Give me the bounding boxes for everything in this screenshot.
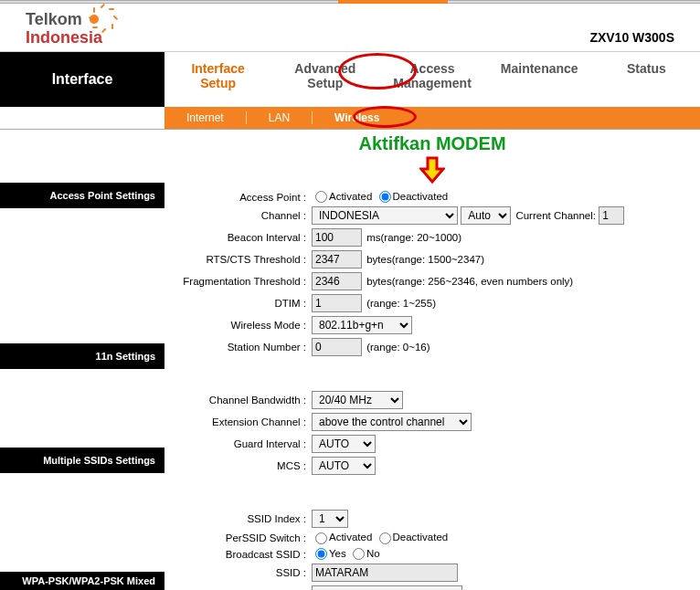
select-mcs[interactable]: AUTO xyxy=(312,457,376,475)
radio-ap-deactivated[interactable] xyxy=(379,191,391,203)
label-perssid-switch: PerSSID Switch : xyxy=(172,530,309,545)
page-title: Interface xyxy=(0,52,164,107)
radio-label-deactivated: Deactivated xyxy=(393,191,449,202)
input-station[interactable] xyxy=(312,338,362,356)
label-auth-type: Authentication Type : xyxy=(172,584,309,590)
hint-beacon: ms(range: 20~1000) xyxy=(365,232,461,243)
sun-icon xyxy=(84,9,104,29)
label-current-channel: Current Channel: xyxy=(514,210,596,221)
input-current-channel[interactable] xyxy=(599,206,624,225)
input-dtim[interactable] xyxy=(312,294,362,312)
label-guard-interval: Guard Interval : xyxy=(172,433,309,455)
annotation-text: Aktifkan MODEM xyxy=(172,133,693,154)
select-auth-type[interactable]: WPA-PSK/WPA2-PSK xyxy=(312,585,462,590)
subtab-wireless[interactable]: Wireless xyxy=(312,111,401,124)
label-station-number: Station Number : xyxy=(172,336,309,358)
input-rts[interactable] xyxy=(312,250,362,269)
section-wpa-psk: WPA-PSK/WPA2-PSK Mixed Mode xyxy=(0,572,164,590)
label-access-point: Access Point : xyxy=(172,189,309,205)
hint-frag: bytes(range: 256~2346, even numbers only… xyxy=(365,276,573,287)
radio-broadcast-no[interactable] xyxy=(353,548,365,560)
label-ssid-index: SSID Index : xyxy=(172,508,309,530)
label-frag: Fragmentation Threshold : xyxy=(172,270,309,292)
select-channel-country[interactable]: INDONESIA xyxy=(312,206,458,225)
subtab-lan[interactable]: LAN xyxy=(246,111,312,124)
label-broadcast-ssid: Broadcast SSID : xyxy=(172,546,309,562)
label-beacon: Beacon Interval : xyxy=(172,227,309,248)
label-dtim: DTIM : xyxy=(172,292,309,314)
select-channel-bandwidth[interactable]: 20/40 MHz xyxy=(312,391,403,409)
input-beacon[interactable] xyxy=(312,228,362,247)
section-access-point: Access Point Settings xyxy=(0,183,164,208)
tab-interface-setup[interactable]: Interface Setup xyxy=(164,52,271,96)
brand-top: Telkom xyxy=(26,11,82,27)
arrow-down-icon xyxy=(172,156,693,184)
label-channel: Channel : xyxy=(172,205,309,227)
tab-status[interactable]: Status xyxy=(593,52,700,81)
select-extension-channel[interactable]: above the control channel xyxy=(312,413,472,431)
tab-access-management[interactable]: Access Management xyxy=(378,52,485,96)
tab-maintenance[interactable]: Maintenance xyxy=(486,52,593,81)
tab-advanced-setup[interactable]: Advanced Setup xyxy=(271,52,378,96)
label-ssid: SSID : xyxy=(172,562,309,584)
radio-label-activated: Activated xyxy=(329,191,372,202)
input-ssid[interactable] xyxy=(312,564,458,582)
subtab-internet[interactable]: Internet xyxy=(164,111,246,124)
select-channel-auto[interactable]: Auto xyxy=(461,206,511,225)
section-11n: 11n Settings xyxy=(0,343,164,369)
svg-marker-0 xyxy=(421,158,443,182)
select-ssid-index[interactable]: 1 xyxy=(312,510,348,528)
hint-station: (range: 0~16) xyxy=(365,342,430,353)
radio-perssid-deactivated[interactable] xyxy=(379,532,391,544)
brand-bottom: Indonesia xyxy=(26,29,104,46)
radio-perssid-activated[interactable] xyxy=(315,532,327,544)
hint-dtim: (range: 1~255) xyxy=(365,298,436,309)
label-channel-bandwidth: Channel Bandwidth : xyxy=(172,389,309,411)
hint-rts: bytes(range: 1500~2347) xyxy=(365,254,484,265)
brand-logo: Telkom Indonesia xyxy=(26,9,104,46)
select-wireless-mode[interactable]: 802.11b+g+n xyxy=(312,316,412,334)
radio-broadcast-yes[interactable] xyxy=(315,548,327,560)
model-label: ZXV10 W300S xyxy=(104,10,674,45)
label-mcs: MCS : xyxy=(172,455,309,477)
label-rts: RTS/CTS Threshold : xyxy=(172,248,309,270)
radio-ap-activated[interactable] xyxy=(315,191,327,203)
section-multiple-ssids: Multiple SSIDs Settings xyxy=(0,448,164,473)
select-guard-interval[interactable]: AUTO xyxy=(312,435,376,453)
label-extension-channel: Extension Channel : xyxy=(172,411,309,433)
label-wireless-mode: Wireless Mode : xyxy=(172,314,309,336)
input-frag[interactable] xyxy=(312,272,362,290)
